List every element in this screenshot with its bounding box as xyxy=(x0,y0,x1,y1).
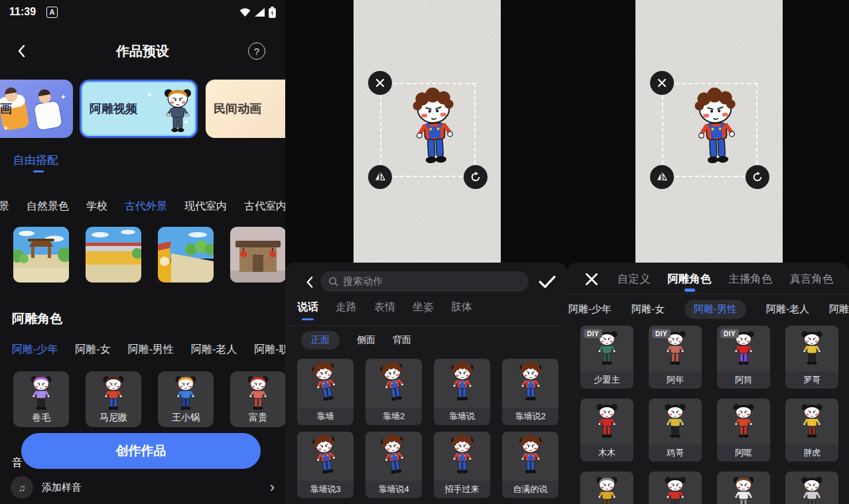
action-tab-1[interactable]: 走路 xyxy=(336,300,357,314)
scene-thumb-field[interactable] xyxy=(86,227,141,283)
character-item[interactable]: 卷毛 xyxy=(13,371,69,427)
character-item[interactable]: DIY 阿年 xyxy=(649,326,702,389)
character-item[interactable]: 阿哐 xyxy=(717,399,770,462)
preset-card-adiao-video[interactable]: 阿雕视频 ✦ ✦ xyxy=(80,80,198,138)
delete-handle-button[interactable] xyxy=(368,71,392,95)
scene-tab-5[interactable]: 古代室内 xyxy=(244,200,285,214)
character-item[interactable]: DIY 少盟主 xyxy=(580,326,633,389)
battery-icon xyxy=(269,7,276,18)
canvas-character[interactable] xyxy=(406,86,463,171)
character-figure xyxy=(308,432,342,479)
view-tab-1[interactable]: 侧面 xyxy=(357,334,375,346)
create-work-button[interactable]: 创作作品 xyxy=(21,433,261,469)
search-input[interactable]: 搜索动作 xyxy=(320,271,529,292)
character-item[interactable] xyxy=(785,472,838,504)
character-source-tab-2[interactable]: 主播角色 xyxy=(729,272,773,286)
character-item[interactable]: DIY 阿筒 xyxy=(717,326,770,389)
action-item-label: 靠墙2 xyxy=(365,408,422,425)
view-tab-2[interactable]: 背面 xyxy=(393,334,411,346)
character-tab-0[interactable]: 阿雕-少年 xyxy=(12,343,58,357)
action-item[interactable]: 靠墙2 xyxy=(365,359,422,425)
character-source-tab-1[interactable]: 阿雕角色 xyxy=(668,272,712,286)
close-icon[interactable] xyxy=(584,272,599,286)
scene-thumb-corner[interactable] xyxy=(158,227,214,283)
action-item[interactable]: 自满的说 xyxy=(502,432,558,498)
search-row: 搜索动作 xyxy=(285,271,567,293)
scene-tab-4[interactable]: 现代室内 xyxy=(184,200,227,214)
action-tab-0[interactable]: 说话 xyxy=(297,300,318,314)
rotate-handle-button[interactable] xyxy=(464,165,488,189)
mode-tab-free-mix[interactable]: 自由搭配 xyxy=(13,153,58,172)
flip-handle-button[interactable] xyxy=(650,165,674,189)
action-item[interactable]: 靠墙说4 xyxy=(365,432,422,498)
character-group-tab-4[interactable]: 阿雕-职业 xyxy=(829,303,849,316)
action-item[interactable]: 靠墙 xyxy=(297,359,354,425)
action-thumbnail xyxy=(365,432,422,481)
action-tab-2[interactable]: 表情 xyxy=(374,300,395,314)
action-tab-3[interactable]: 坐姿 xyxy=(413,300,434,314)
character-item[interactable]: 木木 xyxy=(580,399,633,462)
gate-scene-illustration xyxy=(13,227,69,283)
character-item[interactable]: 马尼嗷 xyxy=(86,371,141,427)
scene-tab-0[interactable]: 景 xyxy=(0,200,9,214)
character-item[interactable] xyxy=(717,472,770,504)
character-thumbnail xyxy=(717,399,770,444)
field-scene-illustration xyxy=(86,227,141,283)
divider xyxy=(567,294,849,294)
character-item[interactable] xyxy=(580,472,633,504)
character-thumbnail xyxy=(580,472,633,504)
character-tab-3[interactable]: 阿雕-老人 xyxy=(191,343,237,357)
view-tab-0[interactable]: 正面 xyxy=(301,331,340,349)
character-source-tab-0[interactable]: 自定义 xyxy=(618,272,651,286)
character-tab-2[interactable]: 阿雕-男性 xyxy=(128,343,174,357)
scene-tab-2[interactable]: 学校 xyxy=(86,200,107,214)
canvas-character[interactable] xyxy=(688,86,745,171)
close-icon xyxy=(657,78,667,88)
character-item[interactable] xyxy=(649,472,702,504)
rotate-handle-button[interactable] xyxy=(746,165,769,189)
action-item[interactable]: 靠墙说3 xyxy=(297,432,354,498)
character-group-tab-3[interactable]: 阿雕-老人 xyxy=(766,303,809,316)
character-figure xyxy=(244,373,272,414)
sparkle-icon: ✦ xyxy=(183,118,189,127)
character-item[interactable]: 罗哥 xyxy=(785,326,838,389)
action-item[interactable]: 靠墙说2 xyxy=(502,359,558,425)
character-tab-1[interactable]: 阿雕-女 xyxy=(75,343,110,357)
character-item[interactable]: 鸡哥 xyxy=(649,399,702,462)
character-figure xyxy=(99,373,127,414)
diy-badge: DIY xyxy=(720,329,739,338)
action-grid: 靠墙 靠墙2 xyxy=(297,359,558,498)
action-tab-4[interactable]: 肢体 xyxy=(451,300,472,314)
screen: 11:39 A 作品预设 ? 画 xyxy=(0,0,849,504)
flip-handle-button[interactable] xyxy=(368,165,392,189)
scene-thumb-house[interactable] xyxy=(230,227,285,283)
back-button[interactable] xyxy=(301,274,317,290)
scene-thumb-gate[interactable] xyxy=(13,227,69,283)
character-item[interactable]: 胖虎 xyxy=(785,399,838,462)
character-tab-4[interactable]: 阿雕-职业 xyxy=(254,343,285,357)
character-item[interactable]: 富贵 xyxy=(230,371,285,427)
delete-handle-button[interactable] xyxy=(650,71,674,95)
character-item[interactable]: 王小锅 xyxy=(158,371,214,427)
scene-tab-3[interactable]: 古代外景 xyxy=(125,200,167,214)
character-source-tab-3[interactable]: 真言角色 xyxy=(790,272,834,286)
action-thumbnail xyxy=(502,359,558,408)
action-thumbnail xyxy=(434,432,490,481)
preset-card-cartoon[interactable]: 画 ✦ ✦ xyxy=(0,80,73,138)
character-group-tab-0[interactable]: 阿雕-少年 xyxy=(568,303,612,316)
add-voice-row[interactable]: ♫ 添加样音 › xyxy=(0,473,285,501)
diy-badge: DIY xyxy=(584,329,602,338)
character-figure xyxy=(448,361,476,405)
confirm-check-button[interactable] xyxy=(539,275,556,289)
character-item-label: 木木 xyxy=(580,444,633,462)
action-item-label: 靠墙说2 xyxy=(502,408,558,425)
action-item[interactable]: 招手过来 xyxy=(434,432,490,498)
preset-card-folk-animation[interactable]: 民间动画 xyxy=(206,80,285,138)
help-button[interactable]: ? xyxy=(248,42,265,60)
scene-tab-1[interactable]: 自然景色 xyxy=(27,200,69,214)
action-item[interactable]: 靠墙说 xyxy=(434,359,490,425)
character-thumbnail xyxy=(580,399,633,444)
character-group-tab-1[interactable]: 阿雕-女 xyxy=(631,303,665,316)
search-icon xyxy=(328,277,338,286)
character-group-tab-2[interactable]: 阿雕-男性 xyxy=(685,300,746,319)
